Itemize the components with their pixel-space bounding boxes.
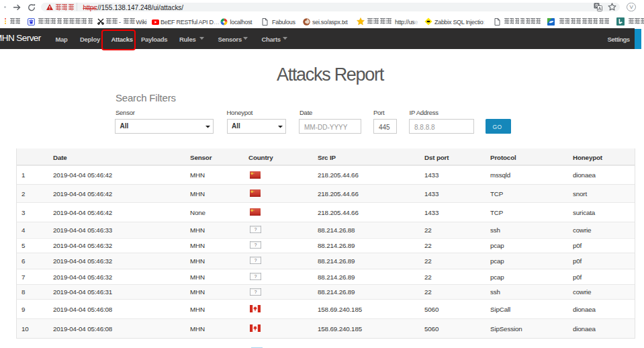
svg-text:?: ? <box>255 259 257 263</box>
svg-text:?: ? <box>255 274 257 279</box>
svg-text:?: ? <box>255 243 257 247</box>
svg-text:?: ? <box>255 228 257 232</box>
svg-text:?: ? <box>255 290 257 294</box>
